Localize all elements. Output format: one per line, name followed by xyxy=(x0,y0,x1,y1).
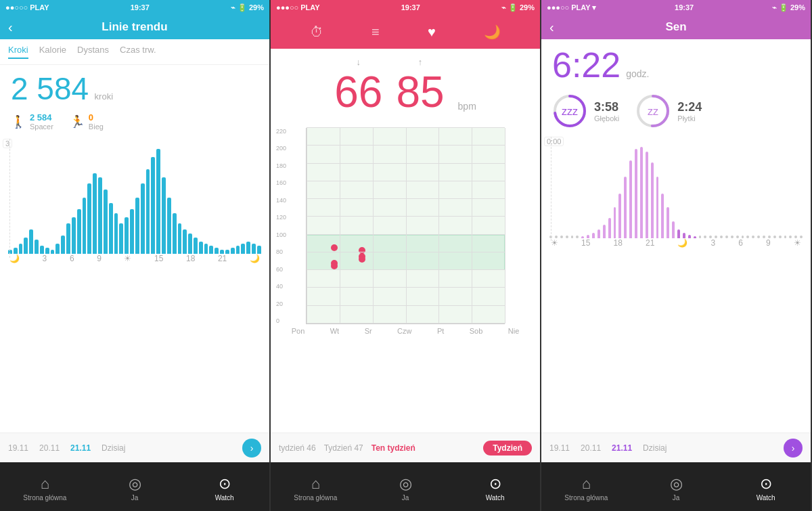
activity-bar-27 xyxy=(151,157,155,254)
bars-container xyxy=(5,139,264,254)
nav-sleep-icon[interactable]: 🌙 xyxy=(484,24,501,40)
date-nav-3: 19.11 20.11 21.11 Dzisiaj › xyxy=(541,432,811,462)
arrow-up: ↑ xyxy=(418,57,423,67)
header-2: ⏱ ≡ ♥ 🌙 xyxy=(271,15,540,49)
tabs-row: Kroki Kalorie Dystans Czas trw. xyxy=(0,39,269,65)
week-47[interactable]: Tydzień 47 xyxy=(324,443,363,453)
sleep-bar-8 xyxy=(592,233,595,238)
nav-me-1[interactable]: ◎ Ja xyxy=(90,475,180,502)
date-list-3: 19.11 20.11 21.11 Dzisiaj xyxy=(549,443,667,453)
nav-home-2[interactable]: ⌂ Strona główna xyxy=(271,475,361,502)
y-marker: 3 xyxy=(3,139,12,148)
back-button-3[interactable]: ‹ xyxy=(549,20,554,35)
battery-1: ⌁ 🔋 29% xyxy=(231,3,264,12)
nav-watch-1[interactable]: ⊙ Watch xyxy=(179,475,269,502)
next-date-button-3[interactable]: › xyxy=(784,439,803,458)
sleep-bar-22 xyxy=(667,207,669,238)
watch-icon-3: ⊙ xyxy=(760,475,772,493)
date-today[interactable]: Dzisiaj xyxy=(102,443,125,453)
x-label-15: 15 xyxy=(154,254,163,263)
sleep-sun-left: ☀ xyxy=(551,238,558,248)
date-19-3[interactable]: 19.11 xyxy=(549,443,570,453)
sleep-bar-14 xyxy=(624,177,627,238)
carrier-2: ●●●○○ PLAY xyxy=(276,3,320,12)
date-19[interactable]: 19.11 xyxy=(8,443,28,453)
screen-sleep: ●●●○○ PLAY ▾ 19:37 ⌁ 🔋 29% ‹ Sen 6:22 go… xyxy=(541,0,812,511)
screen2-nav: ⏱ ≡ ♥ 🌙 xyxy=(279,24,532,40)
tab-czas[interactable]: Czas trw. xyxy=(120,45,156,59)
sleep-bar-27 xyxy=(694,236,696,238)
x-label-3: 3 xyxy=(43,254,47,263)
activity-bar-44 xyxy=(241,244,245,254)
week-current[interactable]: Ten tydzień xyxy=(371,443,415,453)
sleep-bar-3 xyxy=(566,236,568,238)
week-46[interactable]: tydzień 46 xyxy=(279,443,316,453)
back-button-1[interactable]: ‹ xyxy=(8,20,13,35)
run-stat: 🏃 0 Bieg xyxy=(70,112,104,131)
light-sleep: zz 2:24 Płytki xyxy=(635,93,702,129)
day-sr: Sr xyxy=(365,327,372,335)
nav-list-icon[interactable]: ≡ xyxy=(371,24,380,40)
next-date-button[interactable]: › xyxy=(242,439,261,458)
light-sleep-icon: zz xyxy=(635,93,671,129)
week-button[interactable]: Tydzień xyxy=(483,441,532,456)
sleep-x-9: 9 xyxy=(766,238,771,248)
nav-me-2[interactable]: ◎ Ja xyxy=(361,475,451,502)
activity-bar-11 xyxy=(66,223,70,254)
nav-timer-icon[interactable]: ⏱ xyxy=(310,24,323,40)
date-21-active[interactable]: 21.11 xyxy=(70,443,91,453)
activity-bar-31 xyxy=(173,213,177,254)
activity-bar-35 xyxy=(194,238,198,254)
date-20-3[interactable]: 20.11 xyxy=(581,443,601,453)
home-icon-2: ⌂ xyxy=(311,475,320,493)
sleep-bar-34 xyxy=(731,236,734,238)
nav-home-1[interactable]: ⌂ Strona główna xyxy=(0,475,90,502)
nav-heart-icon[interactable]: ♥ xyxy=(428,24,436,40)
activity-bar-20 xyxy=(114,213,118,254)
nav-home-3[interactable]: ⌂ Strona główna xyxy=(541,475,631,502)
bottom-nav-1: ⌂ Strona główna ◎ Ja ⊙ Watch xyxy=(0,462,269,511)
x-label-18: 18 xyxy=(186,254,195,263)
nav-watch-3[interactable]: ⊙ Watch xyxy=(721,475,811,502)
activity-bar-36 xyxy=(199,242,203,254)
grid-v-1 xyxy=(340,128,340,324)
svg-text:zzz: zzz xyxy=(562,106,578,117)
sleep-bar-42 xyxy=(773,236,776,238)
sleep-bar-43 xyxy=(779,236,782,238)
step-count-display: 2 584 kroki xyxy=(0,65,269,110)
x-label-21: 21 xyxy=(218,254,227,263)
status-bar-1: ●●○○○ PLAY 19:37 ⌁ 🔋 29% xyxy=(0,0,269,15)
sleep-phases: zzz 3:58 Głęboki zz 2:24 Płytki xyxy=(541,88,811,134)
deep-sleep-info: 3:58 Głęboki xyxy=(594,100,619,123)
activity-bar-25 xyxy=(141,183,145,254)
day-pon: Pon xyxy=(292,327,305,335)
nav-me-3[interactable]: ◎ Ja xyxy=(631,475,721,502)
sleep-sun-right: ☀ xyxy=(794,238,801,248)
activity-bar-38 xyxy=(209,246,213,254)
grid-v-3 xyxy=(406,128,407,324)
tab-dystans[interactable]: Dystans xyxy=(77,45,109,59)
nav-watch-2[interactable]: ⊙ Watch xyxy=(450,475,540,502)
sleep-x-3: 3 xyxy=(711,238,716,248)
activity-bar-14 xyxy=(83,198,87,254)
activity-bar-23 xyxy=(130,209,134,254)
day-pt: Pt xyxy=(437,327,444,335)
scatter-chart xyxy=(306,128,505,324)
date-21-3[interactable]: 21.11 xyxy=(612,443,632,453)
tab-kroki[interactable]: Kroki xyxy=(8,45,28,59)
content-1: Kroki Kalorie Dystans Czas trw. 2 584 kr… xyxy=(0,39,269,432)
date-today-3[interactable]: Dzisiaj xyxy=(643,443,667,453)
date-20[interactable]: 20.11 xyxy=(39,443,60,453)
sleep-bar-23 xyxy=(672,221,675,238)
sleep-bar-20 xyxy=(656,177,659,238)
activity-bar-9 xyxy=(55,244,60,254)
light-sleep-label: Płytki xyxy=(677,114,702,123)
me-label-3: Ja xyxy=(673,494,680,502)
y-axis-labels: 220200180160 14012010080 6040200 xyxy=(276,128,286,324)
activity-bar-18 xyxy=(104,190,108,254)
run-value: 0 xyxy=(89,112,104,123)
sub-stats: 🚶 2 584 Spacer 🏃 0 Bieg xyxy=(0,110,269,133)
home-icon-3: ⌂ xyxy=(582,475,591,493)
scatter-x-labels: Pon Wt Sr Czw Pt Sob Nie xyxy=(271,324,540,338)
tab-kalorie[interactable]: Kalorie xyxy=(39,45,66,59)
